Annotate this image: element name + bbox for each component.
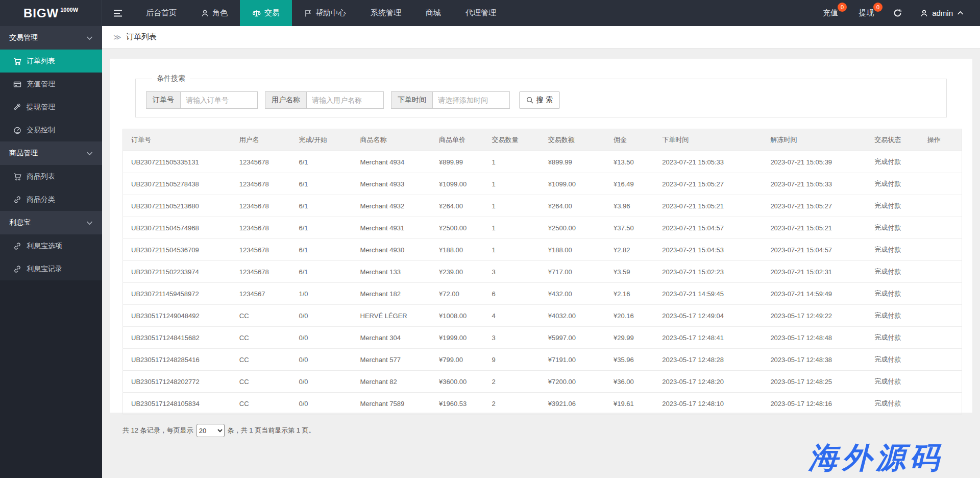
chevron-down-icon <box>86 36 93 40</box>
column-header: 下单时间 <box>658 129 766 151</box>
sidebar-item-product-list[interactable]: 商品列表 <box>0 165 102 188</box>
table-cell: Merchant 133 <box>356 261 435 283</box>
username-input[interactable] <box>306 91 384 109</box>
table-row: UB230721145945897212345671/0Merchant 182… <box>123 283 962 305</box>
table-cell: 12345678 <box>235 173 295 195</box>
table-cell <box>923 349 962 371</box>
table-cell: ¥2500.00 <box>435 217 488 239</box>
top-navbar: BIGW 1000W 后台首页 角色 <box>0 0 980 26</box>
table-cell: 完成付款 <box>870 173 923 195</box>
column-header: 订单号 <box>123 129 235 151</box>
table-cell <box>923 305 962 327</box>
recharge-badge: 0 <box>838 3 847 12</box>
nav-item-help-center[interactable]: 帮助中心 <box>292 0 358 26</box>
table-cell: ¥37.50 <box>609 217 658 239</box>
table-cell: 2023-05-17 12:48:28 <box>658 349 766 371</box>
order-time-input[interactable] <box>432 91 510 109</box>
table-cell: 1 <box>488 217 544 239</box>
sidebar-toggle-button[interactable] <box>102 0 134 26</box>
watermark: 海外源码 <box>808 438 943 478</box>
table-cell: 6/1 <box>295 217 356 239</box>
table-cell: ¥188.00 <box>435 239 488 261</box>
sidebar-item-withdraw-management[interactable]: 提现管理 <box>0 95 102 118</box>
table-cell: ¥1099.00 <box>435 173 488 195</box>
sidebar-section-interest-treasure[interactable]: 利息宝 <box>0 211 102 234</box>
username-label: 用户名称 <box>265 91 306 109</box>
table-cell: 2023-05-17 12:48:25 <box>766 371 870 393</box>
orders-table: 订单号用户名完成/开始商品名称商品单价交易数量交易数额佣金下单时间解冻时间交易状… <box>122 129 962 415</box>
table-cell: Merchant 7589 <box>356 393 435 415</box>
page-size-select[interactable]: 20 <box>197 424 225 437</box>
navbar-right: 充值 0 提现 0 admin <box>813 0 980 26</box>
order-time-label: 下单时间 <box>391 91 432 109</box>
table-cell: 2023-07-21 15:05:21 <box>658 195 766 217</box>
table-cell: ¥799.00 <box>435 349 488 371</box>
search-button[interactable]: 搜 索 <box>519 91 560 109</box>
nav-item-mall[interactable]: 商城 <box>413 0 453 26</box>
withdraw-button[interactable]: 提现 0 <box>848 0 884 26</box>
nav-item-agents[interactable]: 代理管理 <box>453 0 508 26</box>
nav-item-roles[interactable]: 角色 <box>189 0 240 26</box>
user-menu[interactable]: admin <box>911 0 973 26</box>
table-cell: 2023-05-17 12:49:22 <box>766 305 870 327</box>
table-cell: ¥2500.00 <box>544 217 609 239</box>
chevron-down-icon <box>86 151 93 156</box>
table-cell: ¥717.00 <box>544 261 609 283</box>
order-time-field-group: 下单时间 <box>391 91 510 109</box>
app-logo[interactable]: BIGW 1000W <box>0 0 102 26</box>
recharge-button[interactable]: 充值 0 <box>813 0 848 26</box>
app-logo-text: BIGW <box>23 6 59 20</box>
username: admin <box>932 9 953 17</box>
table-cell: UB2307211504574968 <box>123 217 235 239</box>
column-header: 佣金 <box>609 129 658 151</box>
table-cell: ¥188.00 <box>544 239 609 261</box>
table-cell: 2023-07-21 15:05:33 <box>766 173 870 195</box>
sidebar-item-product-category[interactable]: 商品分类 <box>0 188 102 211</box>
pagination-text-after: 条，共 1 页当前显示第 1 页。 <box>228 426 315 435</box>
table-cell: ¥899.99 <box>544 151 609 173</box>
table-cell: 0/0 <box>295 305 356 327</box>
scales-icon <box>252 9 261 17</box>
table-cell: 2023-07-21 15:04:57 <box>766 239 870 261</box>
sidebar-item-trade-control[interactable]: 交易控制 <box>0 118 102 141</box>
search-panel: 条件搜索 订单号 用户名称 下单时间 <box>110 59 972 117</box>
sidebar-item-recharge-management[interactable]: 充值管理 <box>0 73 102 95</box>
username-field-group: 用户名称 <box>265 91 384 109</box>
cart-icon <box>13 173 21 181</box>
table-cell: 完成付款 <box>870 217 923 239</box>
search-icon <box>526 97 533 104</box>
table-cell: UB2307211459458972 <box>123 283 235 305</box>
sidebar-item-interest-records[interactable]: 利息宝记录 <box>0 257 102 280</box>
table-cell: 2023-07-21 15:05:39 <box>766 151 870 173</box>
cart-icon <box>13 57 21 65</box>
table-cell: ¥5997.00 <box>544 327 609 349</box>
order-no-input[interactable] <box>180 91 258 109</box>
table-cell: 1 <box>488 195 544 217</box>
pagination: 共 12 条记录，每页显示 20 条，共 1 页当前显示第 1 页。 <box>122 424 972 437</box>
sidebar-section-trade-management[interactable]: 交易管理 <box>0 26 102 50</box>
table-cell: 6/1 <box>295 151 356 173</box>
column-header: 商品名称 <box>356 129 435 151</box>
nav-item-trade[interactable]: 交易 <box>240 0 292 26</box>
gauge-icon <box>13 126 21 134</box>
refresh-button[interactable] <box>884 0 911 26</box>
nav-item-system[interactable]: 系统管理 <box>358 0 413 26</box>
table-cell: ¥1008.00 <box>435 305 488 327</box>
table-cell: ¥2.16 <box>609 283 658 305</box>
sidebar-item-interest-options[interactable]: 利息宝选项 <box>0 234 102 257</box>
sidebar-item-order-list[interactable]: 订单列表 <box>0 50 102 73</box>
table-cell: 完成付款 <box>870 239 923 261</box>
table-cell: UB2305171248415682 <box>123 327 235 349</box>
hamburger-icon <box>113 9 122 17</box>
table-cell: ¥7200.00 <box>544 371 609 393</box>
table-cell: UB2307211505335131 <box>123 151 235 173</box>
table-cell: 2023-07-21 15:02:31 <box>766 261 870 283</box>
table-cell: 1 <box>488 151 544 173</box>
sidebar-section-product-management[interactable]: 商品管理 <box>0 141 102 165</box>
column-header: 完成/开始 <box>295 129 356 151</box>
nav-item-dashboard[interactable]: 后台首页 <box>134 0 189 26</box>
search-button-label: 搜 索 <box>536 95 553 105</box>
order-no-field-group: 订单号 <box>146 91 258 109</box>
table-row: UB2307211505213680123456786/1Merchant 49… <box>123 195 962 217</box>
breadcrumb: ≫ 订单列表 <box>102 26 980 49</box>
